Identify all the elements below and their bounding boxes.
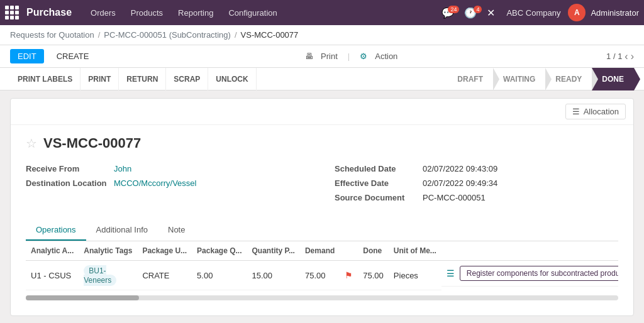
nav-orders[interactable]: Orders: [84, 0, 122, 25]
scheduled-date-field: Scheduled Date 02/07/2022 09:43:09: [335, 164, 618, 173]
col-flag: [340, 241, 358, 261]
source-doc-label: Source Document: [335, 193, 423, 202]
return-button[interactable]: RETURN: [119, 68, 166, 90]
effective-date-value: 02/07/2022 09:49:34: [423, 178, 497, 188]
breadcrumb-po[interactable]: PC-MCC-000051 (SubContracting): [104, 30, 231, 40]
print-link[interactable]: Print: [321, 52, 338, 61]
status-done[interactable]: DONE: [592, 68, 634, 90]
receive-from-value[interactable]: John: [114, 164, 131, 173]
col-qty-processed: Quantity P...: [247, 241, 299, 261]
col-unit-of-measure: Unit of Me...: [389, 241, 441, 261]
breadcrumb-current: VS-MCC-00077: [241, 30, 299, 40]
scrap-button[interactable]: SCRAP: [166, 68, 208, 90]
tab-operations[interactable]: Operations: [26, 220, 86, 241]
card-body: ☆ VS-MCC-00077 Receive From John Destina…: [11, 125, 633, 315]
cell-demand: 75.00: [300, 261, 340, 290]
tab-bar: Operations Additional Info Note: [26, 220, 618, 241]
breadcrumb-sep-2: /: [235, 30, 237, 40]
col-actions: [441, 241, 618, 261]
record-header: ☆ VS-MCC-00077: [26, 135, 618, 151]
destination-value[interactable]: MCCO/Mccorry/Vessel: [114, 178, 196, 188]
status-ready[interactable]: READY: [545, 68, 592, 90]
favorite-star-icon[interactable]: ☆: [26, 136, 37, 151]
allocation-button[interactable]: ☰ Allocation: [565, 104, 626, 119]
action-link[interactable]: Action: [375, 52, 397, 61]
scheduled-date-value: 02/07/2022 09:43:09: [423, 164, 497, 173]
source-doc-field: Source Document PC-MCC-000051: [335, 193, 618, 202]
unit-of-measure-value: Pieces: [394, 271, 418, 280]
app-name[interactable]: Purchase: [26, 7, 72, 18]
list-icon-row[interactable]: ☰: [447, 268, 455, 278]
company-name: ABC Company: [506, 8, 560, 18]
scroll-track: [26, 295, 618, 300]
col-demand: Demand: [300, 241, 340, 261]
top-navigation: Purchase Orders Products Reporting Confi…: [0, 0, 644, 25]
pagination-text: 1 / 1: [606, 52, 622, 61]
register-components-button[interactable]: Register components for subcontracted pr…: [460, 266, 618, 281]
action-bar: EDIT CREATE 🖶 Print | ⚙ Action 1 / 1 ‹ ›: [0, 45, 644, 68]
scroll-thumb[interactable]: [26, 295, 139, 300]
activity-badge: 4: [474, 6, 482, 13]
activity-icon[interactable]: 🕐4: [460, 7, 480, 19]
nav-products[interactable]: Products: [125, 0, 169, 25]
fields-grid: Receive From John Destination Location M…: [26, 164, 618, 207]
chat-icon[interactable]: 💬24: [438, 7, 458, 19]
main-content: ☰ Allocation ☆ VS-MCC-00077 Receive From…: [0, 90, 644, 323]
close-icon[interactable]: ✕: [483, 7, 499, 19]
status-draft[interactable]: DRAFT: [447, 68, 493, 90]
print-button[interactable]: PRINT: [80, 68, 119, 90]
scheduled-date-label: Scheduled Date: [335, 164, 423, 173]
operations-table: Analytic A... Analytic Tags Package U...…: [26, 241, 618, 290]
cell-unit-of-measure: Pieces: [389, 261, 441, 290]
chat-badge: 24: [448, 6, 459, 13]
col-analytic-tags: Analytic Tags: [79, 241, 137, 261]
record-title: VS-MCC-00077: [43, 135, 141, 151]
nav-configuration[interactable]: Configuration: [222, 0, 283, 25]
next-page-button[interactable]: ›: [631, 51, 634, 62]
pagination: 1 / 1 ‹ ›: [606, 51, 634, 62]
table-header-row: Analytic A... Analytic Tags Package U...…: [26, 241, 618, 261]
create-button[interactable]: CREATE: [49, 49, 97, 63]
cell-done: 75.00: [358, 261, 389, 290]
status-waiting[interactable]: WAITING: [493, 68, 545, 90]
col-done: Done: [358, 241, 389, 261]
effective-date-label: Effective Date: [335, 178, 423, 188]
cell-row-actions: ☰ Register components for subcontracted …: [441, 261, 618, 287]
tab-additional-info[interactable]: Additional Info: [86, 220, 158, 241]
cell-analytic-tags: BU1-Veneers: [79, 261, 137, 290]
receive-from-label: Receive From: [26, 164, 114, 173]
cell-qty-processed: 15.00: [247, 261, 299, 290]
cell-flag: ⚑: [340, 261, 358, 290]
tab-note[interactable]: Note: [158, 220, 195, 241]
list-icon: ☰: [572, 107, 580, 116]
status-bar: PRINT LABELS PRINT RETURN SCRAP UNLOCK D…: [0, 68, 644, 90]
card-toolbar: ☰ Allocation: [11, 99, 633, 125]
effective-date-field: Effective Date 02/07/2022 09:49:34: [335, 178, 618, 188]
breadcrumb: Requests for Quotation / PC-MCC-000051 (…: [0, 25, 644, 45]
nav-reporting[interactable]: Reporting: [172, 0, 219, 25]
col-package-qty: Package Q...: [192, 241, 247, 261]
table-row: U1 - CSUS BU1-Veneers CRATE 5.00 15.00 7…: [26, 261, 618, 290]
cell-package-qty: 5.00: [192, 261, 247, 290]
analytic-tag-badge[interactable]: BU1-Veneers: [84, 265, 116, 286]
app-grid-icon[interactable]: [5, 6, 19, 19]
unlock-button[interactable]: UNLOCK: [208, 68, 256, 90]
print-labels-button[interactable]: PRINT LABELS: [10, 68, 80, 90]
flag-icon: ⚑: [345, 270, 353, 280]
record-card: ☰ Allocation ☆ VS-MCC-00077 Receive From…: [10, 98, 634, 316]
breadcrumb-rfq[interactable]: Requests for Quotation: [10, 30, 94, 40]
horizontal-scrollbar[interactable]: [26, 290, 618, 305]
user-avatar[interactable]: A: [568, 4, 586, 21]
edit-button[interactable]: EDIT: [10, 49, 44, 63]
destination-label: Destination Location: [26, 178, 114, 188]
destination-field: Destination Location MCCO/Mccorry/Vessel: [26, 178, 309, 188]
source-doc-value: PC-MCC-000051: [423, 193, 486, 202]
status-pipeline: DRAFT WAITING READY DONE: [447, 68, 634, 90]
allocation-label: Allocation: [584, 107, 619, 116]
cell-package-unit: CRATE: [137, 261, 192, 290]
col-package-unit: Package U...: [137, 241, 192, 261]
receive-from-field: Receive From John: [26, 164, 309, 173]
user-name: Administrator: [591, 8, 639, 18]
col-analytic-account: Analytic A...: [26, 241, 79, 261]
prev-page-button[interactable]: ‹: [625, 51, 628, 62]
